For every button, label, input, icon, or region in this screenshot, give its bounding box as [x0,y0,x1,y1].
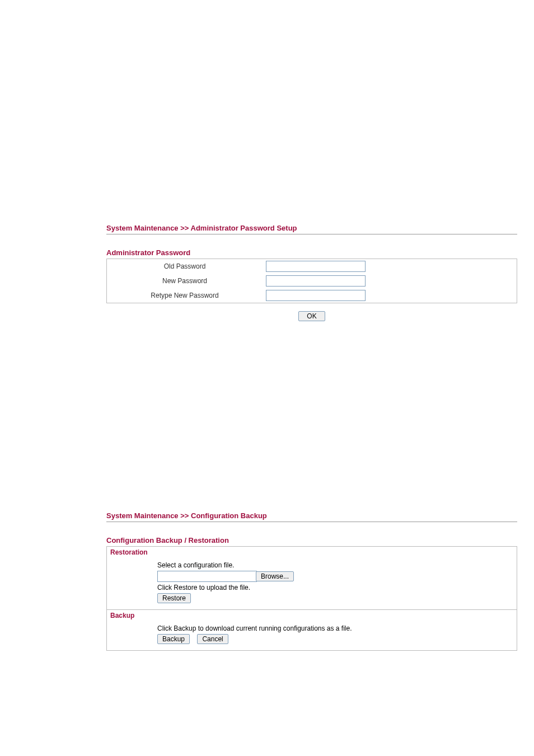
browse-button[interactable]: Browse... [256,571,294,581]
config-file-input[interactable] [157,571,257,582]
click-restore-text: Click Restore to upload the file. [157,584,513,591]
breadcrumb-config-backup: System Maintenance >> Configuration Back… [106,511,517,522]
new-password-input[interactable] [266,275,366,287]
panel-title-config-backup: Configuration Backup / Restoration [106,536,517,544]
restoration-header: Restoration [107,547,517,558]
retype-password-input[interactable] [266,290,366,301]
restore-button[interactable]: Restore [157,593,191,603]
admin-password-section: System Maintenance >> Administrator Pass… [106,224,517,321]
ok-button[interactable]: OK [298,311,325,321]
cancel-button[interactable]: Cancel [197,634,228,644]
admin-password-table: Old Password New Password Retype New Pas… [106,259,517,303]
breadcrumb-admin-password: System Maintenance >> Administrator Pass… [106,224,517,234]
select-file-text: Select a configuration file. [157,561,513,569]
click-backup-text: Click Backup to download current running… [157,624,513,632]
backup-header: Backup [107,610,517,622]
old-password-input[interactable] [266,261,366,272]
new-password-label: New Password [107,274,263,288]
retype-password-label: Retype New Password [107,288,263,303]
backup-button[interactable]: Backup [157,634,190,644]
old-password-label: Old Password [107,259,263,274]
panel-title-admin-password: Administrator Password [106,248,517,257]
config-backup-section: System Maintenance >> Configuration Back… [106,511,517,651]
config-backup-table: Restoration Select a configuration file.… [106,546,517,651]
